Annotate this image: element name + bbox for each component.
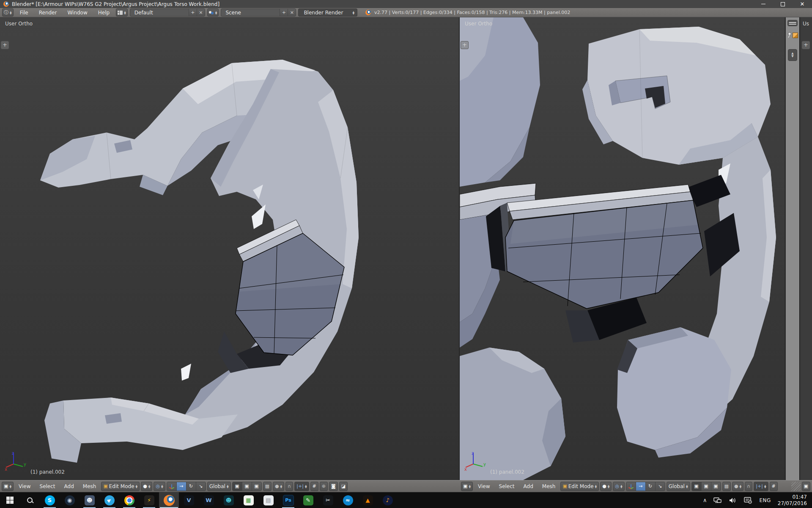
menu-mesh[interactable]: Mesh: [538, 483, 560, 489]
screen-layout-icon-button[interactable]: ▲▼: [116, 8, 128, 17]
limit-selection-visible-button[interactable]: ▩: [263, 482, 272, 491]
language-indicator[interactable]: ENG: [759, 497, 771, 503]
screen-layout-field[interactable]: Default + ×: [130, 8, 205, 17]
taskbar-tool-a-button[interactable]: V: [179, 492, 199, 508]
screen-layout-value[interactable]: Default: [130, 10, 189, 16]
close-layout-button[interactable]: ×: [197, 9, 205, 16]
taskbar-telegram-button[interactable]: ▶: [99, 492, 119, 508]
snap-toggle-button[interactable]: ∩: [745, 482, 752, 491]
manipulator-axis-icon[interactable]: [167, 482, 177, 491]
editor-type-selector-info[interactable]: ⓘ ▲▼: [2, 8, 14, 17]
opengl-render-button[interactable]: ◙: [329, 482, 338, 491]
taskbar-blender-button[interactable]: [159, 492, 179, 508]
taskbar-search-button[interactable]: [20, 492, 40, 508]
restore-button[interactable]: [773, 0, 793, 8]
editor-type-selector-3dview[interactable]: ▣ ▲▼: [2, 482, 14, 491]
add-layout-button[interactable]: +: [189, 9, 197, 16]
object-context-icon[interactable]: [793, 33, 798, 38]
transform-op-button[interactable]: ⊕: [320, 482, 328, 491]
add-scene-button[interactable]: +: [280, 9, 288, 16]
viewport-shading-dropdown[interactable]: ● ▲▼: [600, 482, 612, 491]
mode-dropdown[interactable]: ▣ Edit Mode ▲▼: [560, 482, 599, 491]
editor-type-selector-3dview[interactable]: ▣ ▲▼: [461, 482, 473, 491]
region-resize-grip[interactable]: [791, 482, 801, 491]
clock[interactable]: 01:47 27/07/2016: [778, 494, 807, 507]
scene-field[interactable]: Scene + ×: [221, 8, 296, 17]
editor-type-selector-3dview[interactable]: ▣: [802, 482, 810, 491]
render-engine-dropdown[interactable]: Blender Render ▲▼: [298, 8, 357, 17]
snap-target-button[interactable]: #: [310, 482, 318, 491]
manipulator-rotate-button[interactable]: ↻: [187, 482, 196, 491]
taskbar-notepad-button[interactable]: ▤: [258, 492, 278, 508]
orientation-dropdown[interactable]: Global ▲▼: [207, 482, 231, 491]
face-select-button[interactable]: ▣: [711, 482, 721, 491]
opengl-render-anim-button[interactable]: ◪: [339, 482, 348, 491]
menu-view[interactable]: View: [15, 483, 34, 489]
region-expand-button[interactable]: +: [802, 41, 810, 49]
taskbar-paint-app-button[interactable]: ✎: [298, 492, 318, 508]
edge-select-button[interactable]: ▣: [702, 482, 711, 491]
taskbar-chrome-button[interactable]: [119, 492, 139, 508]
taskbar-winamp-button[interactable]: ⚡: [139, 492, 159, 508]
snap-toggle-button[interactable]: ∩: [285, 482, 293, 491]
pin-icon[interactable]: [787, 32, 792, 38]
pivot-point-dropdown[interactable]: ◎ ▲▼: [613, 482, 624, 491]
volume-icon[interactable]: [729, 497, 737, 504]
mode-dropdown[interactable]: ▣ Edit Mode ▲▼: [101, 482, 140, 491]
manipulator-scale-button[interactable]: ↘: [196, 482, 206, 491]
close-button[interactable]: ✕: [793, 0, 812, 8]
close-scene-button[interactable]: ×: [288, 9, 296, 16]
viewport-3d-right[interactable]: User Ortho +: [460, 17, 785, 480]
face-select-button[interactable]: ▣: [252, 482, 261, 491]
context-stepper[interactable]: ▲▼: [788, 49, 797, 61]
taskbar-openoffice-button[interactable]: ≈: [338, 492, 358, 508]
menu-file[interactable]: File: [16, 10, 33, 16]
taskbar-face-app-button[interactable]: ☻: [219, 492, 239, 508]
menu-add[interactable]: Add: [520, 483, 537, 489]
pivot-point-dropdown[interactable]: ◎ ▲▼: [154, 482, 165, 491]
menu-select[interactable]: Select: [36, 483, 59, 489]
edge-select-button[interactable]: ▣: [242, 482, 252, 491]
region-expand-button[interactable]: +: [1, 41, 9, 49]
taskbar-discord-button[interactable]: ☻: [80, 492, 99, 508]
properties-editor-sliver[interactable]: ▲▼: [785, 17, 799, 480]
action-center-icon[interactable]: [744, 497, 752, 504]
manipulator-translate-button[interactable]: →: [636, 482, 646, 491]
proportional-edit-dropdown[interactable]: ● ▲▼: [273, 482, 284, 491]
menu-select[interactable]: Select: [495, 483, 518, 489]
manipulator-translate-button[interactable]: →: [177, 482, 187, 491]
taskbar-photoshop-button[interactable]: Ps: [278, 492, 298, 508]
proportional-edit-dropdown[interactable]: ● ▲▼: [732, 482, 743, 491]
snap-element-dropdown[interactable]: |+| ▲▼: [754, 482, 768, 491]
viewport-3d-left[interactable]: User Ortho +: [0, 17, 460, 480]
menu-add[interactable]: Add: [60, 483, 78, 489]
network-icon[interactable]: [713, 497, 722, 504]
menu-help[interactable]: Help: [94, 10, 114, 16]
menu-view[interactable]: View: [474, 483, 494, 489]
vertex-select-button[interactable]: ▣: [692, 482, 702, 491]
taskbar-audio-app-button[interactable]: ♪: [378, 492, 398, 508]
taskbar-steam-button[interactable]: ◉: [60, 492, 80, 508]
taskbar-skype-button[interactable]: S: [40, 492, 60, 508]
manipulator-scale-button[interactable]: ↘: [656, 482, 665, 491]
manipulator-axis-icon[interactable]: [626, 482, 636, 491]
snap-element-dropdown[interactable]: |+| ▲▼: [294, 482, 309, 491]
scene-value[interactable]: Scene: [221, 10, 280, 16]
limit-selection-visible-button[interactable]: ▩: [722, 482, 731, 491]
menu-mesh[interactable]: Mesh: [79, 483, 100, 489]
snap-target-button[interactable]: #: [770, 482, 778, 491]
scene-icon-button[interactable]: ▲▼: [207, 8, 219, 17]
vertex-select-button[interactable]: ▣: [233, 482, 242, 491]
menu-window[interactable]: Window: [63, 10, 91, 16]
taskbar-tool-b-button[interactable]: W: [199, 492, 219, 508]
properties-editor-icon[interactable]: [787, 20, 798, 26]
taskbar-vlc-button[interactable]: ▲: [358, 492, 378, 508]
taskbar-snipping-tool-button[interactable]: ✂: [318, 492, 338, 508]
region-expand-button[interactable]: +: [461, 41, 469, 49]
viewport-shading-dropdown[interactable]: ● ▲▼: [141, 482, 152, 491]
orientation-dropdown[interactable]: Global ▲▼: [667, 482, 690, 491]
viewport-edge-strip[interactable]: Us +: [800, 17, 812, 480]
taskbar-chart-doc-button[interactable]: ▦: [239, 492, 258, 508]
tray-expand-icon[interactable]: ∧: [703, 497, 707, 503]
manipulator-rotate-button[interactable]: ↻: [646, 482, 656, 491]
